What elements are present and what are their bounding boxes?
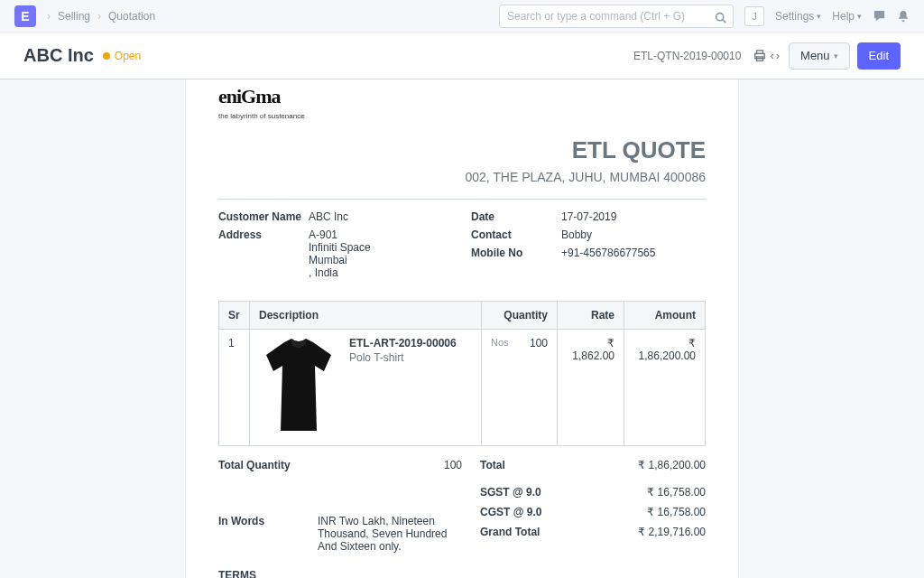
- help-menu[interactable]: Help▾: [832, 10, 862, 23]
- caret-down-icon: ▾: [834, 51, 838, 61]
- in-words-label: In Words: [218, 515, 318, 553]
- settings-menu[interactable]: Settings▾: [775, 10, 821, 23]
- items-table: Sr Description Quantity Rate Amount 1: [218, 301, 706, 446]
- print-page: eniGma the labyrinth of sustenance ETL Q…: [186, 79, 738, 578]
- cell-description: ETL-ART-2019-00006 Polo T-shirt: [250, 330, 482, 446]
- quote-title: ETL QUOTE: [218, 136, 706, 164]
- address-value: A-901 Infiniti Space Mumbai , India: [309, 228, 453, 279]
- status-badge: Open: [103, 50, 141, 62]
- status-text: Open: [115, 50, 141, 62]
- mobile-value: +91-456786677565: [561, 247, 706, 259]
- col-description: Description: [250, 302, 482, 330]
- sgst-label: SGST @ 9.0: [480, 486, 541, 499]
- chevron-right-icon: ›: [47, 10, 51, 23]
- col-quantity: Quantity: [482, 302, 558, 330]
- customer-name-value: ABC Inc: [309, 210, 453, 223]
- brand-tagline: the labyrinth of sustenance: [218, 112, 706, 120]
- cgst-value: ₹ 16,758.00: [647, 506, 706, 518]
- cell-rate: ₹ 1,862.00: [558, 330, 624, 446]
- bell-icon[interactable]: [897, 9, 910, 23]
- grand-total-label: Grand Total: [480, 526, 540, 538]
- top-navbar: E › Selling › Quotation J Settings▾ Help…: [0, 0, 924, 33]
- chevron-right-icon: ›: [97, 10, 101, 23]
- col-sr: Sr: [219, 302, 250, 330]
- breadcrumb-quotation[interactable]: Quotation: [108, 10, 155, 23]
- item-description: Polo T-shirt: [349, 351, 457, 364]
- col-rate: Rate: [558, 302, 624, 330]
- customer-name-label: Customer Name: [218, 210, 309, 223]
- contact-value: Bobby: [561, 228, 706, 241]
- total-value: ₹ 1,86,200.00: [638, 459, 706, 471]
- cell-amount: ₹ 1,86,200.00: [624, 330, 706, 446]
- grand-total-value: ₹ 2,19,716.00: [638, 526, 706, 538]
- table-row: 1 ETL-ART-2019-00006 Polo T-shirt: [219, 330, 706, 446]
- contact-label: Contact: [471, 228, 561, 241]
- breadcrumb: › Selling › Quotation: [47, 10, 155, 23]
- total-qty-label: Total Quantity: [218, 459, 318, 471]
- in-words-value: INR Two Lakh, Nineteen Thousand, Seven H…: [318, 515, 462, 553]
- sgst-value: ₹ 16,758.00: [647, 486, 706, 499]
- divider: [218, 199, 706, 200]
- product-image: [259, 337, 338, 438]
- brand-logo: eniGma: [218, 85, 706, 108]
- cell-sr: 1: [219, 330, 250, 446]
- search-icon[interactable]: [715, 10, 726, 23]
- terms-heading: TERMS: [218, 569, 706, 578]
- company-address: 002, THE PLAZA, JUHU, MUMBAI 400086: [218, 170, 706, 184]
- document-id: ETL-QTN-2019-00010: [633, 50, 741, 62]
- mobile-label: Mobile No: [471, 247, 561, 259]
- caret-down-icon: ▾: [817, 12, 821, 21]
- breadcrumb-selling[interactable]: Selling: [58, 10, 90, 23]
- svg-line-1: [723, 20, 725, 23]
- total-label: Total: [480, 459, 505, 471]
- prev-doc-icon[interactable]: ‹: [770, 49, 773, 62]
- next-doc-icon[interactable]: ›: [776, 49, 780, 62]
- item-uom: Nos: [491, 337, 509, 350]
- date-label: Date: [471, 210, 561, 223]
- chat-icon[interactable]: [873, 9, 886, 23]
- search-box: [499, 5, 734, 28]
- item-code: ETL-ART-2019-00006: [349, 337, 457, 350]
- svg-point-0: [716, 13, 724, 20]
- caret-down-icon: ▾: [857, 12, 862, 21]
- cgst-label: CGST @ 9.0: [480, 506, 541, 518]
- total-qty-value: 100: [318, 459, 462, 471]
- date-value: 17-07-2019: [561, 210, 706, 223]
- print-icon[interactable]: [753, 49, 766, 63]
- edit-button[interactable]: Edit: [857, 42, 901, 70]
- user-avatar[interactable]: J: [744, 6, 764, 26]
- address-label: Address: [218, 228, 309, 279]
- status-dot-icon: [103, 52, 110, 60]
- search-input[interactable]: [499, 5, 734, 28]
- page-title: ABC Inc: [23, 45, 94, 66]
- item-qty: 100: [530, 337, 548, 350]
- doc-pager: ‹ ›: [770, 49, 780, 62]
- menu-button[interactable]: Menu▾: [789, 42, 850, 70]
- document-canvas[interactable]: eniGma the labyrinth of sustenance ETL Q…: [0, 79, 924, 578]
- app-logo[interactable]: E: [14, 5, 36, 27]
- header-bar: ABC Inc Open ETL-QTN-2019-00010 ‹ › Menu…: [0, 33, 924, 79]
- col-amount: Amount: [624, 302, 706, 330]
- cell-quantity: Nos 100: [482, 330, 558, 446]
